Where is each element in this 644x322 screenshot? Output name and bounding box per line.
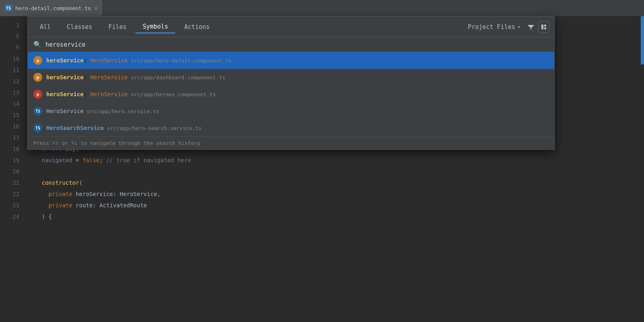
result-highlight: heroService bbox=[46, 57, 84, 64]
svg-rect-2 bbox=[544, 27, 546, 29]
line-num: 23 bbox=[0, 200, 19, 211]
line-num: 20 bbox=[0, 166, 19, 177]
line-num: 17 bbox=[0, 132, 19, 143]
line-num: 13 bbox=[0, 87, 19, 98]
result-type: HeroService bbox=[91, 57, 128, 64]
code-line-24: ) { bbox=[28, 211, 644, 222]
line-num: 10 bbox=[0, 53, 19, 64]
result-separator: : bbox=[84, 57, 91, 64]
code-line-20 bbox=[28, 166, 644, 177]
result-path: src/app/dashboard.component.ts bbox=[128, 74, 225, 80]
result-highlight: heroService bbox=[46, 91, 84, 97]
search-dropdown: All Classes Files Symbols Actions Projec… bbox=[27, 16, 555, 150]
active-tab[interactable]: TS hero-detail.component.ts × bbox=[0, 0, 103, 16]
ts-badge: TS bbox=[5, 4, 12, 12]
result-item[interactable]: p heroService: HeroService src/app/hero-… bbox=[28, 52, 554, 69]
result-text: heroService: HeroService src/app/heroes.… bbox=[46, 91, 549, 97]
property-badge: p bbox=[33, 56, 42, 65]
tab-actions[interactable]: Actions bbox=[177, 21, 217, 33]
results-list: p heroService: HeroService src/app/hero-… bbox=[28, 52, 554, 136]
result-path: src/app/hero-search.service.ts bbox=[104, 125, 202, 131]
tab-all[interactable]: All bbox=[33, 21, 58, 33]
line-num: 18 bbox=[0, 143, 19, 155]
scroll-accent-bar bbox=[641, 16, 644, 64]
search-row: 🔍 heroservice bbox=[28, 37, 554, 52]
line-num: 24 bbox=[0, 211, 19, 222]
line-num: 14 bbox=[0, 98, 19, 109]
result-separator: : bbox=[84, 74, 91, 80]
property-badge: p bbox=[33, 73, 42, 82]
result-type: HeroService bbox=[91, 91, 128, 97]
property-badge-red: p bbox=[33, 90, 42, 99]
status-text: Press ⌥↑ or ⌥↓ to navigate through the s… bbox=[33, 140, 200, 146]
line-num: 9 bbox=[0, 42, 19, 53]
result-text: heroService: HeroService src/app/dashboa… bbox=[46, 74, 549, 80]
tab-bar: TS hero-detail.component.ts × bbox=[0, 0, 644, 16]
project-files-label: Project Files bbox=[468, 23, 515, 31]
code-line-21: constructor( bbox=[28, 177, 644, 188]
result-item[interactable]: TS HeroSearchService src/app/hero-search… bbox=[28, 120, 554, 136]
line-num: 12 bbox=[0, 76, 19, 87]
tab-symbols[interactable]: Symbols bbox=[135, 21, 175, 33]
result-name: HeroService bbox=[46, 108, 84, 114]
dropdown-tabs-row: All Classes Files Symbols Actions Projec… bbox=[28, 17, 554, 37]
result-type: HeroService bbox=[91, 74, 128, 80]
tab-filename: hero-detail.component.ts bbox=[15, 5, 91, 11]
line-num: 1 bbox=[0, 19, 19, 31]
code-line-22: private heroService: HeroService, bbox=[28, 188, 644, 200]
line-num: 15 bbox=[0, 109, 19, 121]
result-text: heroService: HeroService src/app/hero-de… bbox=[46, 57, 549, 64]
result-highlight: heroService bbox=[46, 74, 84, 80]
search-input[interactable]: heroservice bbox=[45, 41, 549, 48]
result-item[interactable]: TS HeroService src/app/hero.service.ts bbox=[28, 103, 554, 120]
result-path: src/app/heroes.component.ts bbox=[128, 91, 216, 97]
line-num: 11 bbox=[0, 64, 19, 76]
result-name-blue: HeroSearchService bbox=[46, 125, 104, 131]
svg-rect-0 bbox=[541, 25, 543, 29]
code-line-23: private route: ActivatedRoute bbox=[28, 200, 644, 211]
result-item[interactable]: p heroService: HeroService src/app/dashb… bbox=[28, 69, 554, 86]
result-path: src/app/hero.service.ts bbox=[84, 108, 159, 114]
ts-badge-small: TS bbox=[33, 107, 42, 116]
project-files-button[interactable]: Project Files ▾ bbox=[464, 22, 524, 32]
line-numbers: 1 5 9 10 11 12 13 14 15 16 17 18 19 20 2… bbox=[0, 16, 24, 322]
line-num: 19 bbox=[0, 155, 19, 166]
result-path: src/app/hero-detail.component.ts bbox=[128, 58, 231, 64]
filter-icon[interactable] bbox=[525, 21, 537, 33]
code-line-19: navigated = false; // true if navigated … bbox=[28, 155, 644, 166]
line-num: 16 bbox=[0, 121, 19, 132]
close-tab-button[interactable]: × bbox=[94, 4, 98, 12]
line-num: 5 bbox=[0, 31, 19, 42]
result-separator: : bbox=[84, 91, 91, 97]
tab-classes[interactable]: Classes bbox=[60, 21, 99, 33]
search-icon: 🔍 bbox=[33, 41, 41, 48]
result-text: HeroSearchService src/app/hero-search.se… bbox=[46, 125, 549, 131]
tab-files[interactable]: Files bbox=[101, 21, 134, 33]
line-num: 21 bbox=[0, 177, 19, 188]
line-num: 22 bbox=[0, 188, 19, 200]
result-text: HeroService src/app/hero.service.ts bbox=[46, 108, 549, 114]
result-item[interactable]: p heroService: HeroService src/app/heroe… bbox=[28, 86, 554, 103]
svg-rect-1 bbox=[544, 25, 546, 27]
ts-badge-small: TS bbox=[33, 124, 42, 132]
status-bar: Press ⌥↑ or ⌥↓ to navigate through the s… bbox=[28, 136, 554, 149]
chevron-down-icon: ▾ bbox=[518, 24, 520, 30]
panel-icon[interactable] bbox=[538, 21, 549, 33]
